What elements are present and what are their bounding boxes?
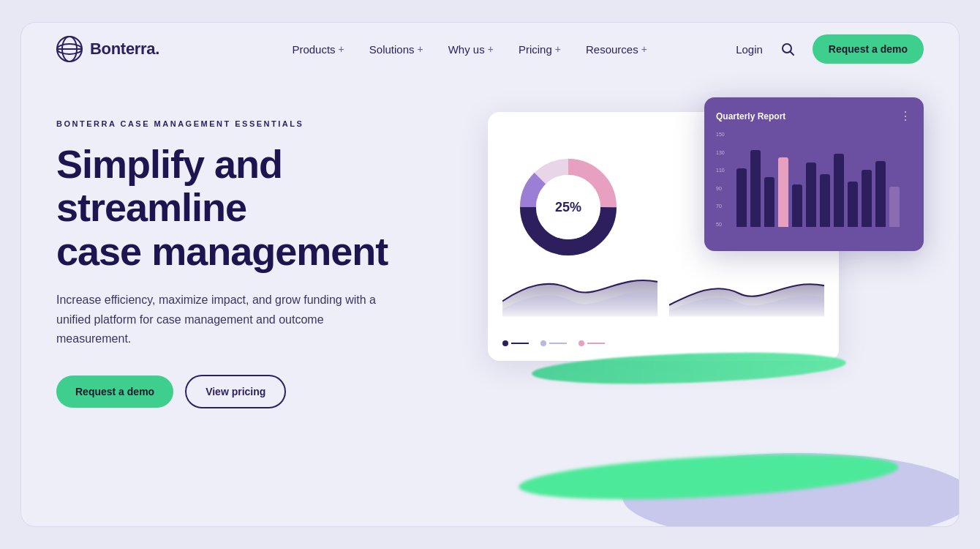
bar-chart: 150 130 110 90 70 50 — [716, 132, 912, 227]
hero-request-demo-button[interactable]: Request a demo — [56, 376, 173, 408]
bar-4-highlighted — [778, 157, 788, 227]
logo-text: Bonterra. — [90, 40, 159, 59]
bar-12 — [889, 187, 900, 227]
chart-legend — [502, 340, 605, 346]
nav-solutions[interactable]: Solutions + — [359, 37, 434, 61]
legend-item-3 — [578, 340, 605, 346]
legend-item-2 — [540, 340, 567, 346]
nav-resources[interactable]: Resources + — [576, 37, 657, 61]
hero-subtext: Increase efficiency, maximize impact, an… — [56, 291, 393, 348]
products-plus-icon: + — [339, 43, 344, 55]
legend-dot-1 — [502, 340, 508, 346]
nav-products[interactable]: Products + — [282, 37, 354, 61]
quarterly-report-card: Quarterly Report ⋮ 150 130 110 90 70 50 — [704, 97, 924, 251]
area-chart-right-svg — [669, 258, 824, 321]
bar-10 — [862, 170, 872, 227]
search-button[interactable] — [774, 36, 801, 62]
login-link[interactable]: Login — [736, 43, 763, 56]
quarterly-report-menu-icon[interactable]: ⋮ — [900, 109, 912, 123]
why-us-plus-icon: + — [488, 43, 494, 55]
hero-left: BONTERRA CASE MANAGEMENT ESSENTIALS Simp… — [56, 105, 459, 408]
bar-8 — [834, 154, 844, 227]
area-charts-row — [502, 258, 824, 321]
hero-section: BONTERRA CASE MANAGEMENT ESSENTIALS Simp… — [21, 75, 959, 408]
nav-pricing[interactable]: Pricing + — [508, 37, 571, 61]
hero-eyebrow: BONTERRA CASE MANAGEMENT ESSENTIALS — [56, 119, 459, 128]
bar-chart-y-axis: 150 130 110 90 70 50 — [716, 132, 725, 227]
bar-11 — [875, 161, 886, 227]
area-chart-left — [502, 258, 657, 321]
resources-plus-icon: + — [641, 43, 647, 55]
hero-buttons: Request a demo View pricing — [56, 375, 459, 408]
hero-heading: Simplify and streamline case management — [56, 143, 459, 273]
hero-view-pricing-button[interactable]: View pricing — [185, 375, 286, 408]
nav-links: Products + Solutions + Why us + Pricing … — [238, 37, 657, 61]
bar-3 — [764, 177, 774, 227]
legend-line-3 — [587, 343, 605, 344]
legend-dot-3 — [578, 340, 584, 346]
logo-link[interactable]: Bonterra. — [56, 36, 159, 62]
svg-line-5 — [790, 52, 794, 56]
bar-1 — [736, 168, 747, 227]
pricing-plus-icon: + — [555, 43, 561, 55]
navigation: Bonterra. Products + Solutions + Why us … — [21, 23, 959, 75]
logo-icon — [56, 36, 83, 62]
quarterly-report-header: Quarterly Report ⋮ — [716, 109, 912, 123]
nav-right: Login Request a demo — [736, 34, 924, 64]
quarterly-report-title: Quarterly Report — [716, 111, 785, 122]
search-icon — [780, 42, 795, 56]
page-container: Bonterra. Products + Solutions + Why us … — [20, 22, 960, 527]
bar-2 — [750, 150, 761, 227]
nav-request-demo-button[interactable]: Request a demo — [813, 34, 924, 64]
bar-9 — [848, 182, 858, 227]
area-chart-right — [669, 258, 824, 321]
bar-5 — [792, 184, 802, 227]
legend-line-2 — [549, 343, 567, 344]
nav-why-us[interactable]: Why us + — [438, 37, 504, 61]
legend-line-1 — [511, 343, 529, 344]
legend-dot-2 — [540, 340, 546, 346]
donut-center-label: 25% — [555, 200, 581, 215]
bar-7 — [820, 174, 830, 227]
area-chart-left-svg — [502, 258, 657, 321]
bar-6 — [806, 163, 816, 227]
legend-item-1 — [502, 340, 529, 346]
hero-visual: 25% — [488, 97, 924, 405]
solutions-plus-icon: + — [418, 43, 423, 55]
